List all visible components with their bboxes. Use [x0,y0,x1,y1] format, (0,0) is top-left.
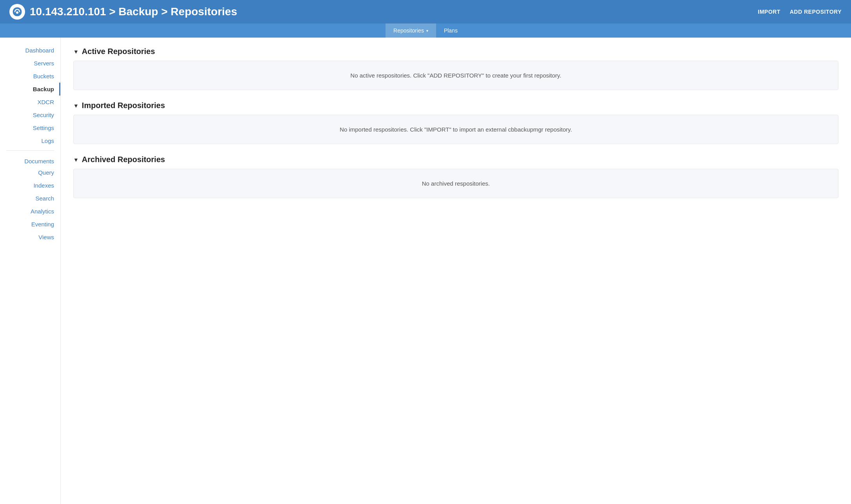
chevron-down-icon: ▾ [426,29,428,33]
breadcrumb-title: 10.143.210.101 > Backup > Repositories [30,5,237,18]
app-logo [9,4,25,20]
sidebar-item-buckets[interactable]: Buckets [0,70,60,83]
active-repositories-empty: No active respositories. Click "ADD REPO… [73,61,838,90]
sidebar-divider [6,150,54,151]
header-actions: IMPORT ADD REPOSITORY [758,9,842,15]
archived-repositories-empty: No archived respositories. [73,169,838,198]
imported-repositories-title: Imported Repositories [82,101,165,110]
archived-repositories-section: ▼ Archived Repositories No archived resp… [73,155,838,198]
sidebar-item-dashboard[interactable]: Dashboard [0,44,60,57]
sidebar-item-documents[interactable]: Documents [0,154,60,166]
sidebar-item-query[interactable]: Query [0,166,60,179]
active-repositories-title: Active Repositories [82,47,155,56]
active-repositories-header: ▼ Active Repositories [73,47,838,56]
imported-repositories-empty: No imported respositories. Click "IMPORT… [73,115,838,144]
add-repository-button[interactable]: ADD REPOSITORY [790,9,842,15]
collapse-triangle-icon: ▼ [73,49,79,55]
svg-point-1 [16,11,18,14]
header-left: 10.143.210.101 > Backup > Repositories [9,4,237,20]
sidebar-item-settings[interactable]: Settings [0,121,60,134]
collapse-triangle-icon-2: ▼ [73,103,79,109]
sidebar-item-xdcr[interactable]: XDCR [0,96,60,108]
active-repositories-section: ▼ Active Repositories No active resposit… [73,47,838,90]
imported-repositories-header: ▼ Imported Repositories [73,101,838,110]
subnav-plans-label: Plans [444,27,458,34]
sidebar-item-search[interactable]: Search [0,192,60,205]
imported-repositories-section: ▼ Imported Repositories No imported resp… [73,101,838,144]
collapse-triangle-icon-3: ▼ [73,157,79,163]
archived-repositories-title: Archived Repositories [82,155,165,164]
sidebar-item-eventing[interactable]: Eventing [0,218,60,231]
sidebar-item-analytics[interactable]: Analytics [0,205,60,218]
header: 10.143.210.101 > Backup > Repositories I… [0,0,851,23]
subnav-item-plans[interactable]: Plans [436,23,465,38]
subnav-item-repositories[interactable]: Repositories ▾ [386,23,436,38]
layout: Dashboard Servers Buckets Backup XDCR Se… [0,38,851,504]
subnav: Repositories ▾ Plans [0,23,851,38]
sidebar-item-servers[interactable]: Servers [0,57,60,70]
sidebar-item-backup[interactable]: Backup [0,83,60,96]
sidebar-item-logs[interactable]: Logs [0,134,60,147]
sidebar-item-views[interactable]: Views [0,231,60,244]
import-button[interactable]: IMPORT [758,9,780,15]
main-content: ▼ Active Repositories No active resposit… [61,38,851,504]
archived-repositories-header: ▼ Archived Repositories [73,155,838,164]
sidebar-item-indexes[interactable]: Indexes [0,179,60,192]
subnav-repositories-label: Repositories [393,27,424,34]
sidebar-item-security[interactable]: Security [0,108,60,121]
sidebar: Dashboard Servers Buckets Backup XDCR Se… [0,38,61,504]
